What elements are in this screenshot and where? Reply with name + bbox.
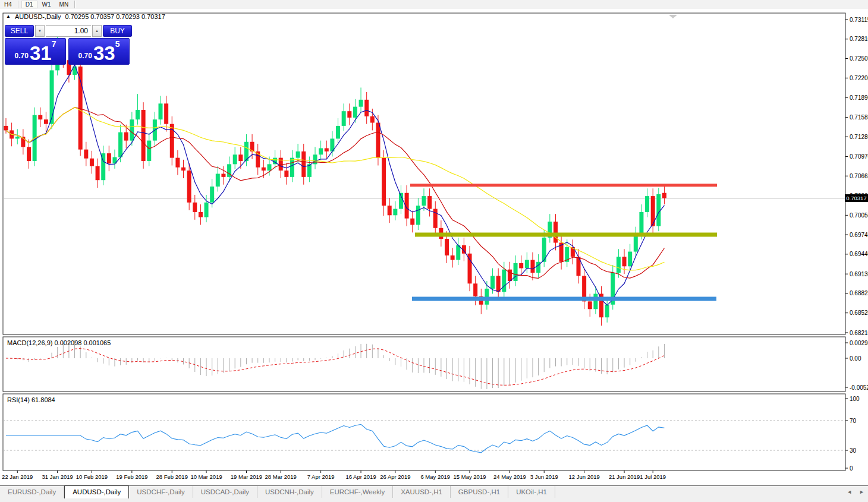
symbol-tabbar: EURUSD-,Daily AUDUSD-,Daily USDCHF-,Dail… xyxy=(0,485,868,502)
timeframe-h4-button[interactable]: H4 xyxy=(1,1,15,8)
macd-pane-frame xyxy=(3,337,845,392)
timeframe-mn-button[interactable]: MN xyxy=(56,1,73,8)
volume-increase-button[interactable]: ▲ xyxy=(92,25,102,37)
sell-price-prefix: 0.70 xyxy=(15,52,29,60)
svg-text:12 Jun 2019: 12 Jun 2019 xyxy=(568,473,599,480)
svg-text:15 May 2019: 15 May 2019 xyxy=(454,473,486,480)
date-axis[interactable]: 22 Jan 201931 Jan 201910 Feb 201919 Feb … xyxy=(2,471,666,480)
svg-text:0.71585: 0.71585 xyxy=(850,114,868,121)
svg-text:0.70665: 0.70665 xyxy=(850,173,868,179)
svg-text:16 Apr 2019: 16 Apr 2019 xyxy=(345,473,376,480)
svg-text:28 Mar 2019: 28 Mar 2019 xyxy=(265,473,297,480)
macd-signal-line xyxy=(6,349,665,386)
svg-text:100: 100 xyxy=(850,396,860,402)
macd-histogram xyxy=(6,340,664,389)
buy-price-prefix: 0.70 xyxy=(78,52,92,60)
svg-text:30: 30 xyxy=(850,447,857,454)
svg-text:0.002984: 0.002984 xyxy=(850,340,868,346)
svg-text:0.69440: 0.69440 xyxy=(850,251,868,257)
sell-price-big: 31 xyxy=(30,45,52,62)
macd-indicator-label: MACD(12,26,9) 0.002098 0.001065 xyxy=(7,339,111,346)
svg-text:24 May 2019: 24 May 2019 xyxy=(493,473,526,480)
ma-34-line xyxy=(6,108,665,270)
svg-text:0.69130: 0.69130 xyxy=(850,271,868,277)
sell-price-pip: 7 xyxy=(52,39,56,49)
volume-input[interactable] xyxy=(46,25,91,37)
svg-text:0.72200: 0.72200 xyxy=(850,75,868,81)
svg-text:0.72810: 0.72810 xyxy=(850,36,868,42)
svg-text:0: 0 xyxy=(850,465,853,472)
svg-text:31 Jan 2019: 31 Jan 2019 xyxy=(42,473,73,480)
svg-text:0.68210: 0.68210 xyxy=(850,330,868,336)
tab-usdcad[interactable]: USDCAD-,Daily xyxy=(193,486,257,498)
svg-text:0.00: 0.00 xyxy=(850,355,861,362)
tab-usdchf[interactable]: USDCHF-,Daily xyxy=(129,486,193,498)
chart-header: ▲ AUDUSD-,Daily 0.70295 0.70357 0.70293 … xyxy=(6,13,165,20)
current-price-tag: 0.70317 xyxy=(845,194,868,202)
chart-ohlc-values: 0.70295 0.70357 0.70293 0.70317 xyxy=(65,13,165,20)
toolbar-separator xyxy=(18,1,19,8)
timeframe-d1-button[interactable]: D1 xyxy=(21,1,37,8)
svg-text:-0.005256: -0.005256 xyxy=(850,384,868,391)
candles xyxy=(4,30,666,326)
svg-text:0.73115: 0.73115 xyxy=(850,17,868,23)
price-axis[interactable]: 0.731150.728100.725050.722000.718900.715… xyxy=(845,17,868,472)
toolbar-separator xyxy=(74,1,76,8)
svg-text:21 Jun 2019: 21 Jun 2019 xyxy=(609,473,640,480)
sell-button[interactable]: SELL xyxy=(5,25,34,37)
timeframe-w1-button[interactable]: W1 xyxy=(39,1,55,8)
tab-gbpusd[interactable]: GBPUSD-,H1 xyxy=(451,486,508,498)
svg-text:0.72505: 0.72505 xyxy=(850,55,868,62)
svg-text:0.68825: 0.68825 xyxy=(850,290,868,296)
tab-eurchf[interactable]: EURCHF-,Weekly xyxy=(322,486,393,498)
tab-xauusd[interactable]: XAUUSD-,H1 xyxy=(393,486,451,498)
tab-audusd[interactable]: AUDUSD-,Daily xyxy=(64,485,129,498)
rsi-line xyxy=(6,424,665,453)
svg-text:0.68520: 0.68520 xyxy=(850,310,868,316)
price-chart-canvas[interactable]: 0.731150.728100.725050.722000.718900.715… xyxy=(0,9,868,502)
svg-text:10 Mar 2019: 10 Mar 2019 xyxy=(190,473,222,480)
buy-price-pip: 5 xyxy=(115,39,120,49)
rsi-pane-frame xyxy=(3,394,845,471)
svg-text:28 Feb 2019: 28 Feb 2019 xyxy=(156,473,188,480)
svg-text:10 Feb 2019: 10 Feb 2019 xyxy=(76,473,108,480)
svg-text:0.70970: 0.70970 xyxy=(850,153,868,160)
rsi-indicator-label: RSI(14) 61.8084 xyxy=(7,396,55,403)
chart-symbol-label: AUDUSD-,Daily xyxy=(15,13,61,20)
svg-text:0.71280: 0.71280 xyxy=(850,134,868,140)
macd-values: 0.002098 0.001065 xyxy=(54,339,111,346)
tab-usdcnh[interactable]: USDCNH-,Daily xyxy=(257,486,322,498)
chart-shift-icon[interactable] xyxy=(669,15,677,18)
svg-text:26 Apr 2019: 26 Apr 2019 xyxy=(380,473,410,480)
tab-ukoil[interactable]: UKOil-,H1 xyxy=(508,486,555,498)
rsi-value: 61.8084 xyxy=(32,396,55,403)
svg-text:7 Apr 2019: 7 Apr 2019 xyxy=(307,473,335,480)
svg-text:19 Feb 2019: 19 Feb 2019 xyxy=(116,473,147,480)
svg-text:0.70050: 0.70050 xyxy=(850,212,868,219)
buy-price-box[interactable]: 0.70335 xyxy=(68,38,130,65)
timeframe-toolbar: H4 D1 W1 MN xyxy=(0,0,868,10)
svg-text:1 Jul 2019: 1 Jul 2019 xyxy=(640,473,666,480)
buy-button[interactable]: BUY xyxy=(103,25,132,37)
svg-text:19 Mar 2019: 19 Mar 2019 xyxy=(231,473,262,480)
svg-text:70: 70 xyxy=(850,418,857,424)
one-click-trading-panel: SELL ▼ ▲ BUY 0.70317 0.70335 xyxy=(5,25,132,65)
svg-text:22 Jan 2019: 22 Jan 2019 xyxy=(2,473,33,480)
buy-price-big: 33 xyxy=(93,45,115,62)
svg-text:6 May 2019: 6 May 2019 xyxy=(420,473,450,480)
tab-eurusd[interactable]: EURUSD-,Daily xyxy=(0,486,64,498)
sell-price-box[interactable]: 0.70317 xyxy=(5,38,66,65)
tab-scroll-left-icon[interactable]: ◄ xyxy=(847,489,852,495)
svg-text:0.69745: 0.69745 xyxy=(850,232,868,238)
volume-decrease-button[interactable]: ▼ xyxy=(35,25,45,37)
chart-window[interactable]: 0.731150.728100.725050.722000.718900.715… xyxy=(0,9,868,502)
svg-text:3 Jun 2019: 3 Jun 2019 xyxy=(530,473,558,480)
chart-collapse-icon[interactable]: ▲ xyxy=(6,14,11,19)
tab-scroll-right-icon[interactable]: ► xyxy=(859,489,864,495)
svg-text:0.71890: 0.71890 xyxy=(850,94,868,101)
